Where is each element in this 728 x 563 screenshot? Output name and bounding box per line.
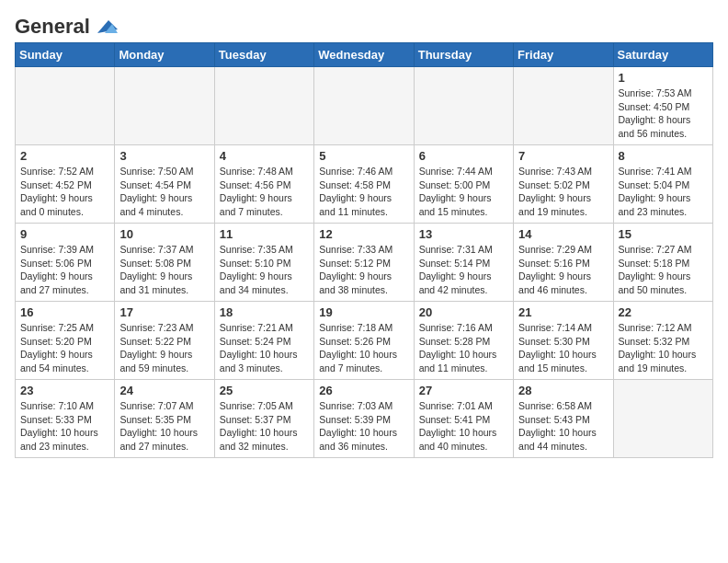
calendar-cell: 16Sunrise: 7:25 AM Sunset: 5:20 PM Dayli… (16, 302, 115, 380)
day-info: Sunrise: 6:58 AM Sunset: 5:43 PM Dayligh… (518, 399, 608, 454)
day-number: 24 (119, 384, 209, 397)
day-info: Sunrise: 7:41 AM Sunset: 5:04 PM Dayligh… (619, 165, 708, 219)
calendar-cell (16, 67, 115, 145)
day-info: Sunrise: 7:05 AM Sunset: 5:37 PM Dayligh… (220, 399, 309, 454)
day-info: Sunrise: 7:23 AM Sunset: 5:22 PM Dayligh… (119, 321, 209, 375)
calendar-header-saturday: Saturday (613, 43, 712, 67)
day-info: Sunrise: 7:44 AM Sunset: 5:00 PM Dayligh… (419, 165, 508, 219)
calendar-header-wednesday: Wednesday (314, 43, 414, 67)
calendar-cell: 14Sunrise: 7:29 AM Sunset: 5:16 PM Dayli… (514, 224, 613, 302)
calendar-cell: 2Sunrise: 7:52 AM Sunset: 4:52 PM Daylig… (16, 145, 115, 224)
calendar-cell: 5Sunrise: 7:46 AM Sunset: 4:58 PM Daylig… (314, 145, 414, 224)
day-info: Sunrise: 7:53 AM Sunset: 4:50 PM Dayligh… (619, 86, 708, 141)
day-number: 27 (419, 384, 508, 397)
day-number: 20 (419, 305, 508, 319)
day-info: Sunrise: 7:25 AM Sunset: 5:20 PM Dayligh… (20, 321, 109, 375)
calendar-cell: 17Sunrise: 7:23 AM Sunset: 5:22 PM Dayli… (115, 302, 214, 380)
calendar-cell: 3Sunrise: 7:50 AM Sunset: 4:54 PM Daylig… (115, 145, 214, 224)
day-info: Sunrise: 7:16 AM Sunset: 5:28 PM Dayligh… (419, 321, 508, 375)
day-number: 25 (220, 384, 309, 397)
day-number: 4 (220, 149, 309, 163)
calendar-header-friday: Friday (514, 43, 613, 67)
calendar-cell (314, 67, 414, 145)
day-info: Sunrise: 7:03 AM Sunset: 5:39 PM Dayligh… (319, 399, 408, 454)
day-info: Sunrise: 7:01 AM Sunset: 5:41 PM Dayligh… (419, 399, 508, 454)
calendar-cell (214, 67, 313, 145)
day-info: Sunrise: 7:14 AM Sunset: 5:30 PM Dayligh… (518, 321, 608, 375)
day-number: 7 (518, 149, 608, 163)
day-number: 17 (119, 305, 209, 319)
calendar-cell: 6Sunrise: 7:44 AM Sunset: 5:00 PM Daylig… (414, 145, 513, 224)
calendar-table: SundayMondayTuesdayWednesdayThursdayFrid… (15, 42, 713, 458)
day-number: 12 (319, 227, 408, 241)
day-number: 16 (20, 305, 109, 319)
calendar-cell: 11Sunrise: 7:35 AM Sunset: 5:10 PM Dayli… (214, 224, 313, 302)
calendar-header-thursday: Thursday (414, 43, 513, 67)
day-info: Sunrise: 7:48 AM Sunset: 4:56 PM Dayligh… (220, 165, 309, 219)
day-number: 6 (419, 149, 508, 163)
day-info: Sunrise: 7:43 AM Sunset: 5:02 PM Dayligh… (518, 165, 608, 219)
calendar-cell: 22Sunrise: 7:12 AM Sunset: 5:32 PM Dayli… (613, 302, 712, 380)
day-info: Sunrise: 7:52 AM Sunset: 4:52 PM Dayligh… (20, 165, 109, 219)
calendar-cell: 8Sunrise: 7:41 AM Sunset: 5:04 PM Daylig… (613, 145, 712, 224)
day-number: 1 (619, 71, 708, 85)
calendar-cell: 15Sunrise: 7:27 AM Sunset: 5:18 PM Dayli… (613, 224, 712, 302)
day-info: Sunrise: 7:10 AM Sunset: 5:33 PM Dayligh… (20, 399, 109, 454)
calendar-week-4: 16Sunrise: 7:25 AM Sunset: 5:20 PM Dayli… (16, 302, 713, 380)
calendar-cell: 26Sunrise: 7:03 AM Sunset: 5:39 PM Dayli… (314, 380, 414, 458)
calendar-cell: 13Sunrise: 7:31 AM Sunset: 5:14 PM Dayli… (414, 224, 513, 302)
day-info: Sunrise: 7:27 AM Sunset: 5:18 PM Dayligh… (619, 243, 708, 297)
calendar-header-monday: Monday (115, 43, 214, 67)
calendar-cell: 19Sunrise: 7:18 AM Sunset: 5:26 PM Dayli… (314, 302, 414, 380)
day-number: 10 (119, 227, 209, 241)
day-number: 23 (20, 384, 109, 397)
calendar-header-row: SundayMondayTuesdayWednesdayThursdayFrid… (16, 43, 713, 67)
day-number: 2 (20, 149, 109, 163)
day-number: 8 (619, 149, 708, 163)
calendar-cell: 1Sunrise: 7:53 AM Sunset: 4:50 PM Daylig… (613, 67, 712, 145)
calendar-cell: 7Sunrise: 7:43 AM Sunset: 5:02 PM Daylig… (514, 145, 613, 224)
day-info: Sunrise: 7:35 AM Sunset: 5:10 PM Dayligh… (220, 243, 309, 297)
day-number: 15 (619, 227, 708, 241)
logo-icon (92, 17, 118, 37)
calendar-cell (115, 67, 214, 145)
day-number: 26 (319, 384, 408, 397)
calendar-cell: 23Sunrise: 7:10 AM Sunset: 5:33 PM Dayli… (16, 380, 115, 458)
calendar-cell: 27Sunrise: 7:01 AM Sunset: 5:41 PM Dayli… (414, 380, 513, 458)
day-info: Sunrise: 7:12 AM Sunset: 5:32 PM Dayligh… (619, 321, 708, 375)
calendar-cell: 25Sunrise: 7:05 AM Sunset: 5:37 PM Dayli… (214, 380, 313, 458)
day-info: Sunrise: 7:50 AM Sunset: 4:54 PM Dayligh… (119, 165, 209, 219)
day-number: 3 (119, 149, 209, 163)
day-number: 11 (220, 227, 309, 241)
calendar-cell: 24Sunrise: 7:07 AM Sunset: 5:35 PM Dayli… (115, 380, 214, 458)
day-number: 13 (419, 227, 508, 241)
calendar-week-5: 23Sunrise: 7:10 AM Sunset: 5:33 PM Dayli… (16, 380, 713, 458)
day-number: 21 (518, 305, 608, 319)
day-info: Sunrise: 7:29 AM Sunset: 5:16 PM Dayligh… (518, 243, 608, 297)
calendar-week-3: 9Sunrise: 7:39 AM Sunset: 5:06 PM Daylig… (16, 224, 713, 302)
page-header: General (15, 15, 713, 35)
calendar-cell: 28Sunrise: 6:58 AM Sunset: 5:43 PM Dayli… (514, 380, 613, 458)
day-number: 14 (518, 227, 608, 241)
day-info: Sunrise: 7:31 AM Sunset: 5:14 PM Dayligh… (419, 243, 508, 297)
day-number: 28 (518, 384, 608, 397)
calendar-header-tuesday: Tuesday (214, 43, 313, 67)
day-info: Sunrise: 7:21 AM Sunset: 5:24 PM Dayligh… (220, 321, 309, 375)
calendar-cell: 20Sunrise: 7:16 AM Sunset: 5:28 PM Dayli… (414, 302, 513, 380)
calendar-week-1: 1Sunrise: 7:53 AM Sunset: 4:50 PM Daylig… (16, 67, 713, 145)
calendar-cell: 18Sunrise: 7:21 AM Sunset: 5:24 PM Dayli… (214, 302, 313, 380)
day-number: 22 (619, 305, 708, 319)
day-number: 9 (20, 227, 109, 241)
calendar-cell: 10Sunrise: 7:37 AM Sunset: 5:08 PM Dayli… (115, 224, 214, 302)
logo: General (15, 15, 118, 35)
calendar-cell (514, 67, 613, 145)
calendar-cell: 4Sunrise: 7:48 AM Sunset: 4:56 PM Daylig… (214, 145, 313, 224)
calendar-week-2: 2Sunrise: 7:52 AM Sunset: 4:52 PM Daylig… (16, 145, 713, 224)
day-info: Sunrise: 7:33 AM Sunset: 5:12 PM Dayligh… (319, 243, 408, 297)
day-info: Sunrise: 7:39 AM Sunset: 5:06 PM Dayligh… (20, 243, 109, 297)
logo-general: General (15, 15, 90, 39)
calendar-cell: 21Sunrise: 7:14 AM Sunset: 5:30 PM Dayli… (514, 302, 613, 380)
day-info: Sunrise: 7:37 AM Sunset: 5:08 PM Dayligh… (119, 243, 209, 297)
calendar-cell (414, 67, 513, 145)
day-number: 19 (319, 305, 408, 319)
